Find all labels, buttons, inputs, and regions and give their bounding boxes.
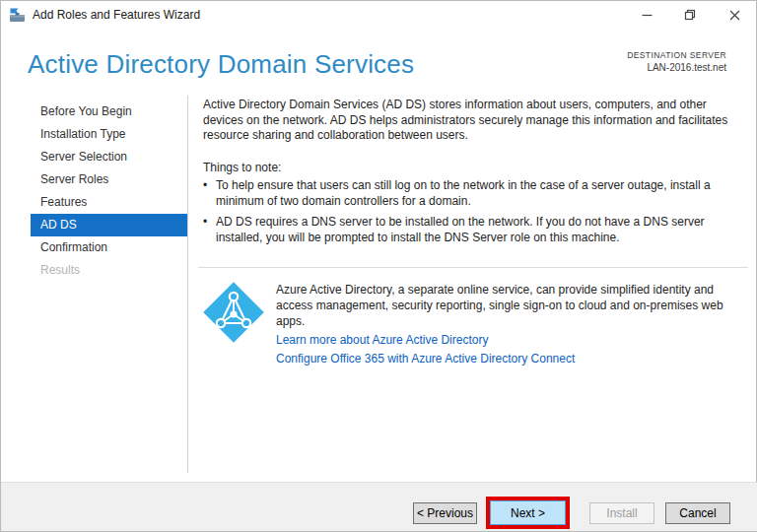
note-item-dns-server: • AD DS requires a DNS server to be inst… bbox=[203, 215, 743, 245]
link-learn-more-azure-ad[interactable]: Learn more about Azure Active Directory bbox=[276, 333, 488, 348]
install-button: Install bbox=[589, 502, 654, 524]
destination-server-name: LAN-2016.test.net bbox=[627, 62, 726, 73]
wizard-window: Add Roles and Features Wizard Active Dir… bbox=[0, 0, 757, 532]
note-text: AD DS requires a DNS server to be instal… bbox=[216, 215, 743, 245]
bullet-icon: • bbox=[203, 178, 216, 209]
note-text: To help ensure that users can still log … bbox=[216, 178, 743, 209]
minimize-icon[interactable] bbox=[636, 5, 657, 25]
bullet-icon: • bbox=[203, 215, 216, 245]
azure-active-directory-icon bbox=[201, 280, 266, 345]
sidebar-item-installation-type[interactable]: Installation Type bbox=[31, 123, 187, 146]
azure-ad-info-block: Azure Active Directory, a separate onlin… bbox=[201, 280, 748, 366]
link-configure-office-365[interactable]: Configure Office 365 with Azure Active D… bbox=[276, 352, 575, 366]
cancel-button[interactable]: Cancel bbox=[665, 502, 730, 524]
destination-server-block: DESTINATION SERVER LAN-2016.test.net bbox=[627, 50, 726, 73]
note-item-domain-controllers: • To help ensure that users can still lo… bbox=[203, 178, 743, 209]
window-title: Add Roles and Features Wizard bbox=[33, 8, 200, 22]
content-divider bbox=[198, 267, 748, 268]
server-manager-icon bbox=[9, 7, 26, 24]
next-button[interactable]: Next > bbox=[490, 500, 566, 525]
titlebar[interactable]: Add Roles and Features Wizard bbox=[1, 1, 756, 30]
intro-paragraph: Active Directory Domain Services (AD DS)… bbox=[203, 98, 747, 144]
sidebar-item-ad-ds[interactable]: AD DS bbox=[31, 214, 187, 236]
sidebar-item-server-roles[interactable]: Server Roles bbox=[31, 168, 187, 191]
sidebar-item-before-you-begin[interactable]: Before You Begin bbox=[31, 100, 187, 123]
azure-description: Azure Active Directory, a separate onlin… bbox=[276, 282, 751, 329]
close-icon[interactable] bbox=[723, 5, 745, 25]
annotation-next-highlight: Next > bbox=[486, 497, 570, 529]
sidebar-item-results: Results bbox=[31, 259, 187, 282]
restore-icon[interactable] bbox=[679, 5, 701, 25]
destination-server-label: DESTINATION SERVER bbox=[627, 50, 726, 60]
things-to-note-heading: Things to note: bbox=[203, 161, 747, 176]
sidebar-item-server-selection[interactable]: Server Selection bbox=[31, 146, 187, 168]
page-title: Active Directory Domain Services bbox=[28, 49, 414, 80]
sidebar-item-confirmation[interactable]: Confirmation bbox=[31, 236, 187, 259]
previous-button[interactable]: < Previous bbox=[413, 502, 477, 524]
wizard-steps-sidebar: Before You Begin Installation Type Serve… bbox=[1, 96, 188, 473]
sidebar-item-features[interactable]: Features bbox=[31, 191, 187, 214]
